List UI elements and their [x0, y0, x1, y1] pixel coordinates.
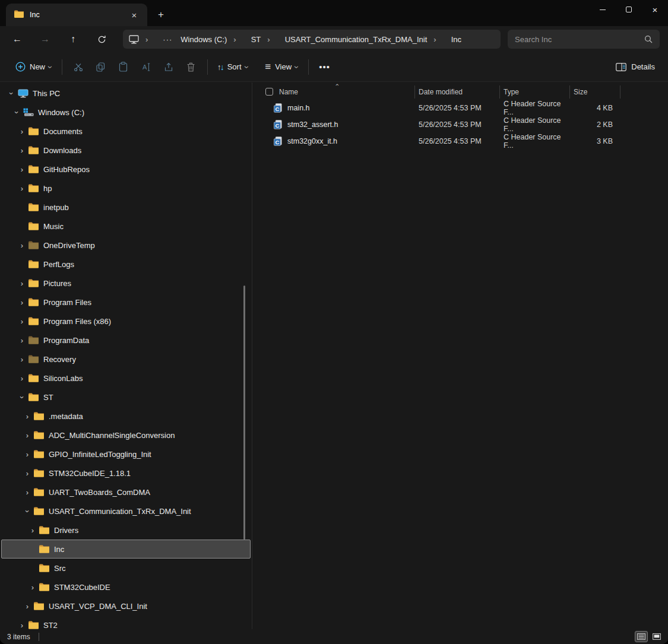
- tree-chevron-icon[interactable]: ›: [28, 583, 37, 592]
- sidebar-item-downloads[interactable]: ›Downloads: [1, 141, 251, 160]
- tree-chevron-icon[interactable]: ›: [23, 488, 32, 497]
- sidebar-item-recovery[interactable]: ›Recovery: [1, 350, 251, 369]
- search-icon[interactable]: [644, 35, 653, 43]
- close-button[interactable]: ×: [642, 0, 668, 19]
- tree-chevron-icon[interactable]: ›: [7, 88, 16, 98]
- file-row-stm32g0xx-it-h[interactable]: Cstm32g0xx_it.h5/26/2025 4:53 PMC Header…: [252, 133, 668, 150]
- view-button[interactable]: ≡ View ›: [260, 58, 303, 77]
- column-header-date-modified[interactable]: Date modified: [415, 85, 500, 99]
- view-icon: ≡: [265, 61, 271, 73]
- tree-chevron-icon[interactable]: ›: [23, 469, 32, 478]
- copy-button[interactable]: [90, 57, 112, 77]
- tree-chevron-icon[interactable]: ›: [17, 241, 27, 250]
- tree-chevron-icon[interactable]: ›: [17, 374, 27, 383]
- tree-chevron-icon[interactable]: ›: [23, 412, 32, 421]
- sidebar-item-program-files[interactable]: ›Program Files: [1, 293, 251, 312]
- new-tab-button[interactable]: +: [153, 7, 169, 23]
- sidebar-item-windows-c-[interactable]: ›Windows (C:): [1, 103, 251, 122]
- titlebar: Inc × + ×: [0, 0, 668, 26]
- sidebar-item-usart-communication-txrx-dma-init[interactable]: ›USART_Communication_TxRx_DMA_Init: [1, 502, 251, 521]
- column-header-type[interactable]: Type: [500, 85, 570, 99]
- column-header-name[interactable]: Name: [252, 85, 415, 99]
- file-name: main.h: [287, 104, 310, 112]
- search-box[interactable]: Search Inc: [508, 30, 660, 49]
- details-view-icon: [637, 633, 645, 640]
- maximize-button[interactable]: [616, 0, 642, 19]
- share-button[interactable]: [157, 57, 180, 77]
- tab-inc[interactable]: Inc ×: [6, 4, 147, 26]
- sidebar-item-hp[interactable]: ›hp: [1, 179, 251, 198]
- tree-chevron-icon[interactable]: ›: [17, 317, 27, 326]
- thumbnail-view-button[interactable]: [650, 631, 663, 642]
- breadcrumb-item-windows-c-[interactable]: Windows (C:): [181, 35, 227, 44]
- sidebar-item-programdata[interactable]: ›ProgramData: [1, 331, 251, 350]
- paste-button[interactable]: [112, 57, 135, 77]
- sidebar-item-pictures[interactable]: ›Pictures: [1, 274, 251, 293]
- tab-close-icon[interactable]: ×: [127, 8, 141, 22]
- tree-chevron-icon[interactable]: ›: [17, 184, 27, 193]
- tree-chevron-icon[interactable]: ›: [23, 431, 32, 440]
- sidebar-item-uart-twoboards-comdma[interactable]: ›UART_TwoBoards_ComDMA: [1, 483, 251, 502]
- sidebar-item-onedrivetemp[interactable]: ›OneDriveTemp: [1, 236, 251, 255]
- sidebar-item--metadata[interactable]: ›.metadata: [1, 407, 251, 426]
- this-pc-icon[interactable]: [129, 35, 139, 44]
- cut-button[interactable]: [67, 57, 90, 77]
- sidebar-item-perflogs[interactable]: PerfLogs: [1, 255, 251, 274]
- refresh-button[interactable]: [92, 31, 111, 47]
- sidebar-scrollbar[interactable]: [243, 285, 245, 540]
- sidebar-item-drivers[interactable]: ›Drivers: [1, 521, 251, 540]
- sidebar-item-documents[interactable]: ›Documents: [1, 122, 251, 141]
- select-all-checkbox[interactable]: [265, 88, 273, 96]
- sidebar-item-st2[interactable]: ›ST2: [1, 616, 251, 629]
- sidebar-item-githubrepos[interactable]: ›GitHubRepos: [1, 160, 251, 179]
- tree-chevron-icon[interactable]: ›: [17, 127, 27, 136]
- sort-button[interactable]: ↑↓ Sort ›: [213, 59, 254, 75]
- sidebar-item-gpio-infiniteledtoggling-init[interactable]: ›GPIO_InfiniteLedToggling_Init: [1, 445, 251, 464]
- chevron-down-icon: ›: [243, 65, 251, 68]
- up-button[interactable]: ↑: [64, 31, 83, 47]
- rename-button[interactable]: A: [135, 57, 157, 77]
- file-row-main-h[interactable]: Cmain.h5/26/2025 4:53 PMC Header Source …: [252, 100, 668, 116]
- tree-chevron-icon[interactable]: ›: [23, 506, 32, 516]
- sidebar-item-st[interactable]: ›ST: [1, 388, 251, 407]
- tree-chevron-icon[interactable]: ›: [18, 392, 27, 402]
- sidebar-item-music[interactable]: Music: [1, 217, 251, 236]
- sidebar-item-program-files-x86-[interactable]: ›Program Files (x86): [1, 312, 251, 331]
- sidebar-item-src[interactable]: Src: [1, 559, 251, 578]
- tree-chevron-icon[interactable]: ›: [17, 621, 27, 630]
- sidebar-item-stm32cubeide[interactable]: ›STM32CubeIDE: [1, 578, 251, 597]
- breadcrumb-item-inc[interactable]: Inc: [451, 35, 461, 44]
- breadcrumb-item-usart-communication-txrx-dma-init[interactable]: USART_Communication_TxRx_DMA_Init: [285, 35, 428, 44]
- breadcrumb-item-st[interactable]: ST: [251, 35, 261, 44]
- forward-button[interactable]: →: [36, 31, 55, 47]
- sidebar-item-siliconlabs[interactable]: ›SiliconLabs: [1, 369, 251, 388]
- tree-chevron-icon[interactable]: ›: [17, 165, 27, 174]
- sidebar-item-stm32cubeide-1-18-1[interactable]: ›STM32CubeIDE_1.18.1: [1, 464, 251, 483]
- tree-chevron-icon[interactable]: ›: [17, 298, 27, 307]
- more-options-button[interactable]: •••: [314, 57, 336, 77]
- minimize-button[interactable]: [590, 0, 616, 19]
- sidebar-item-usart-vcp-dma-cli-init[interactable]: ›USART_VCP_DMA_CLI_Init: [1, 597, 251, 616]
- delete-button[interactable]: [180, 57, 202, 77]
- sidebar-item-inetpub[interactable]: inetpub: [1, 198, 251, 217]
- details-view-button[interactable]: [635, 631, 648, 642]
- breadcrumb[interactable]: › ··· Windows (C:)›ST›USART_Communicatio…: [123, 30, 501, 49]
- tree-chevron-icon[interactable]: ›: [12, 107, 21, 117]
- sidebar-item-inc[interactable]: Inc: [1, 540, 251, 559]
- file-row-stm32-assert-h[interactable]: Cstm32_assert.h5/26/2025 4:53 PMC Header…: [252, 116, 668, 133]
- tree-chevron-icon[interactable]: ›: [23, 602, 32, 611]
- back-button[interactable]: ←: [8, 31, 27, 47]
- breadcrumb-ellipsis[interactable]: ···: [163, 35, 172, 44]
- tree-chevron-icon[interactable]: ›: [17, 279, 27, 288]
- tree-chevron-icon[interactable]: ›: [23, 450, 32, 459]
- tree-chevron-icon[interactable]: ›: [17, 336, 27, 345]
- sidebar-item-adc-multichannelsingleconversion[interactable]: ›ADC_MultiChannelSingleConversion: [1, 426, 251, 445]
- tree-chevron-icon[interactable]: ›: [17, 355, 27, 364]
- details-pane-button[interactable]: Details: [611, 59, 660, 75]
- tree-chevron-icon[interactable]: ›: [28, 526, 37, 535]
- new-button[interactable]: New ›: [11, 58, 57, 75]
- tree-chevron-icon[interactable]: ›: [17, 146, 27, 155]
- sidebar-item-this-pc[interactable]: ›This PC: [1, 84, 251, 103]
- folder-icon: [34, 488, 45, 496]
- column-header-size[interactable]: Size: [570, 85, 620, 99]
